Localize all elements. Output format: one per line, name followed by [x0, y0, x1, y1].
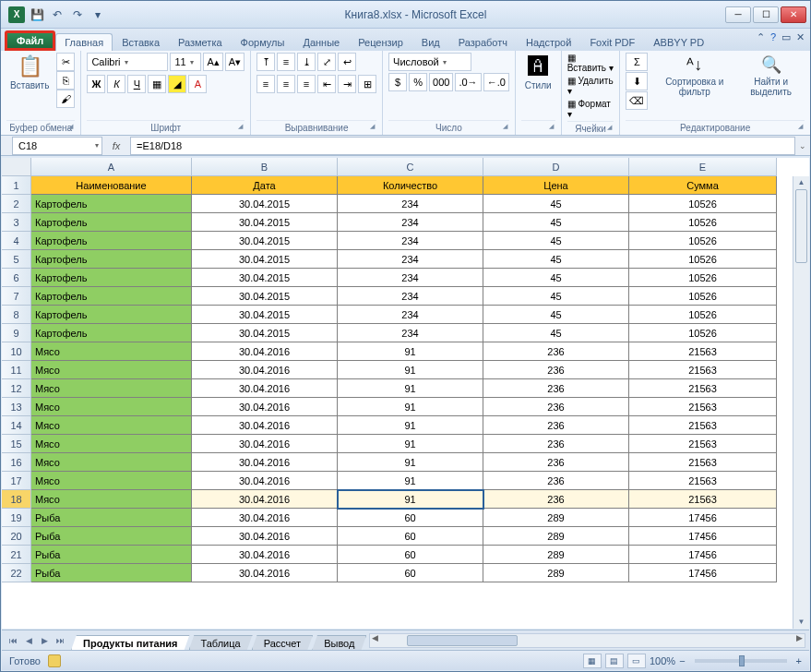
- cell[interactable]: 10526: [629, 250, 777, 269]
- cell[interactable]: 236: [483, 416, 629, 435]
- cell[interactable]: Мясо: [31, 490, 192, 509]
- cell[interactable]: 30.04.2016: [192, 361, 338, 379]
- row-header-3[interactable]: 3: [2, 213, 31, 232]
- grow-font-icon[interactable]: A▴: [203, 53, 222, 71]
- cell[interactable]: 234: [338, 213, 483, 232]
- cell[interactable]: 45: [483, 287, 629, 306]
- cell[interactable]: 21563: [629, 398, 777, 416]
- cell[interactable]: Мясо: [31, 472, 192, 490]
- cell[interactable]: 91: [338, 361, 483, 379]
- tab-addins[interactable]: Надстрой: [517, 33, 580, 51]
- sheet-last-icon[interactable]: ⏭: [53, 633, 67, 648]
- cell[interactable]: 91: [338, 416, 483, 435]
- cell[interactable]: 234: [338, 195, 483, 213]
- header-cell[interactable]: Наименование: [31, 176, 192, 195]
- cell[interactable]: Мясо: [31, 416, 192, 435]
- row-header-14[interactable]: 14: [2, 416, 31, 435]
- qat-customize-icon[interactable]: ▾: [89, 6, 106, 23]
- cell[interactable]: 30.04.2016: [192, 379, 338, 398]
- row-header-2[interactable]: 2: [2, 195, 31, 213]
- header-cell[interactable]: Дата: [192, 176, 338, 195]
- cell[interactable]: 60: [338, 527, 483, 546]
- bold-button[interactable]: Ж: [87, 75, 105, 93]
- minimize-button[interactable]: ─: [725, 6, 751, 23]
- format-painter-icon[interactable]: 🖌: [56, 90, 75, 108]
- zoom-out-button[interactable]: −: [679, 655, 685, 666]
- row-header-19[interactable]: 19: [2, 509, 31, 527]
- close-workbook-icon[interactable]: ✕: [796, 31, 805, 43]
- col-header-B[interactable]: B: [192, 158, 338, 176]
- row-header-8[interactable]: 8: [2, 306, 31, 324]
- insert-cells-button[interactable]: ▦ Вставить ▾: [567, 53, 614, 73]
- cell[interactable]: 30.04.2015: [192, 306, 338, 324]
- cell[interactable]: 30.04.2016: [192, 435, 338, 453]
- fill-icon[interactable]: ⬇: [626, 72, 648, 90]
- shrink-font-icon[interactable]: A▾: [225, 53, 244, 71]
- col-header-E[interactable]: E: [629, 158, 777, 176]
- italic-button[interactable]: К: [107, 75, 125, 93]
- maximize-button[interactable]: ☐: [753, 6, 779, 23]
- cell[interactable]: 21563: [629, 361, 777, 379]
- tab-file[interactable]: Файл: [5, 30, 55, 51]
- cell[interactable]: 17456: [629, 564, 777, 582]
- zoom-in-button[interactable]: +: [796, 655, 802, 666]
- row-header-6[interactable]: 6: [2, 269, 31, 287]
- cell[interactable]: 10526: [629, 213, 777, 232]
- tab-review[interactable]: Рецензир: [349, 33, 412, 51]
- cells-area[interactable]: НаименованиеДатаКоличествоЦенаСуммаКарто…: [31, 176, 793, 629]
- cell[interactable]: 236: [483, 342, 629, 361]
- undo-icon[interactable]: ↶: [49, 6, 66, 23]
- cell[interactable]: 236: [483, 361, 629, 379]
- cell[interactable]: 30.04.2015: [192, 269, 338, 287]
- row-header-5[interactable]: 5: [2, 250, 31, 269]
- sort-filter-button[interactable]: ᴬ↓ Сортировка и фильтр: [655, 53, 733, 99]
- sheet-prev-icon[interactable]: ◀: [21, 633, 36, 648]
- row-header-20[interactable]: 20: [2, 527, 31, 546]
- row-header-9[interactable]: 9: [2, 324, 31, 342]
- name-box[interactable]: C18: [12, 137, 102, 155]
- cell[interactable]: Рыба: [31, 527, 192, 546]
- cell[interactable]: 10526: [629, 195, 777, 213]
- cell[interactable]: 60: [338, 546, 483, 564]
- styles-button[interactable]: 🅰 Стили: [521, 53, 555, 92]
- cell[interactable]: Картофель: [31, 324, 192, 342]
- cell[interactable]: 30.04.2016: [192, 472, 338, 490]
- cell[interactable]: 17456: [629, 546, 777, 564]
- font-color-button[interactable]: A: [188, 75, 207, 93]
- header-cell[interactable]: Сумма: [629, 176, 777, 195]
- cell[interactable]: 91: [338, 453, 483, 472]
- border-button[interactable]: ▦: [148, 75, 166, 93]
- cell[interactable]: 21563: [629, 342, 777, 361]
- cell[interactable]: 45: [483, 195, 629, 213]
- scroll-down-icon[interactable]: ▼: [793, 616, 809, 629]
- formula-input[interactable]: =E18/D18: [130, 137, 795, 155]
- col-header-A[interactable]: A: [31, 158, 192, 176]
- cell[interactable]: 236: [483, 490, 629, 509]
- paste-button[interactable]: 📋 Вставить: [6, 53, 53, 92]
- cell[interactable]: 45: [483, 213, 629, 232]
- percent-icon[interactable]: %: [409, 73, 427, 91]
- col-header-C[interactable]: C: [338, 158, 483, 176]
- cell[interactable]: 30.04.2016: [192, 453, 338, 472]
- cell[interactable]: 289: [483, 564, 629, 582]
- sheet-next-icon[interactable]: ▶: [37, 633, 52, 648]
- cell[interactable]: 60: [338, 509, 483, 527]
- select-all-corner[interactable]: [2, 158, 31, 176]
- cell[interactable]: 91: [338, 490, 483, 509]
- hscroll-thumb[interactable]: [407, 635, 518, 646]
- cell[interactable]: 45: [483, 232, 629, 250]
- cell[interactable]: 289: [483, 546, 629, 564]
- tab-view[interactable]: Вид: [412, 33, 449, 51]
- row-header-21[interactable]: 21: [2, 546, 31, 564]
- cell[interactable]: 30.04.2015: [192, 250, 338, 269]
- cell[interactable]: 234: [338, 287, 483, 306]
- sheet-first-icon[interactable]: ⏮: [6, 633, 20, 648]
- view-layout-icon[interactable]: ▤: [605, 654, 624, 668]
- cell[interactable]: 289: [483, 509, 629, 527]
- zoom-knob[interactable]: [739, 655, 745, 666]
- cell[interactable]: 30.04.2016: [192, 509, 338, 527]
- cut-icon[interactable]: ✂: [56, 53, 75, 71]
- cell[interactable]: 60: [338, 564, 483, 582]
- cell[interactable]: 30.04.2016: [192, 490, 338, 509]
- cell[interactable]: Мясо: [31, 361, 192, 379]
